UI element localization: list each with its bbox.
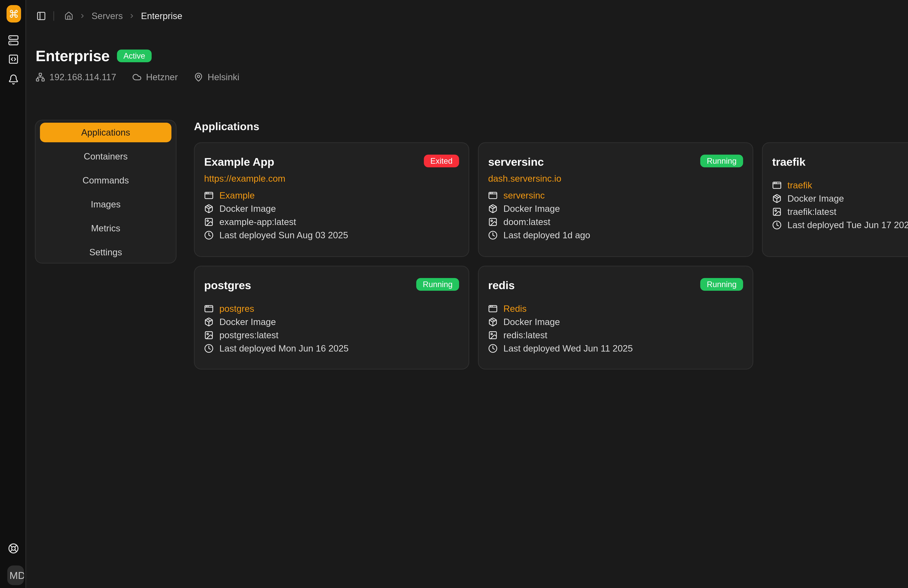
breadcrumb: Servers Enterprise [36,9,182,23]
application-link-row[interactable]: serversinc [488,189,743,202]
house-icon[interactable] [64,11,73,21]
network-icon [35,72,45,82]
application-card[interactable]: postgres Running postgres Docker Image [194,266,469,370]
clock-icon [488,230,497,240]
image-icon [204,331,214,340]
server-provider: Hetzner [132,72,178,82]
clock-icon [204,230,214,240]
sidebar-item-commands[interactable] [8,54,19,64]
app-logo[interactable] [6,5,21,22]
package-icon [488,204,497,214]
application-image-row: redis:latest [488,328,743,342]
server-ip: 192.168.114.117 [35,72,116,82]
code-square-icon [8,54,19,64]
package-icon [204,317,214,327]
application-card[interactable]: redis Running Redis Docker Image [478,266,753,370]
chevron-right-icon [129,13,135,19]
nav-item-applications[interactable]: Applications [40,123,171,142]
applications-grid: Example App Exited https://example.com E… [194,142,908,370]
application-deployed-row: Last deployed 1d ago [488,229,743,242]
application-status-badge: Running [416,278,459,291]
application-status-badge: Running [700,154,743,167]
breadcrumb-current: Enterprise [141,11,182,21]
application-image-row: traefik:latest [772,205,908,218]
application-link-row[interactable]: Redis [488,302,743,315]
application-deployed-row: Last deployed Tue Jun 17 2025 [772,218,908,232]
application-source-row: Docker Image [204,202,459,215]
breadcrumb-servers[interactable]: Servers [92,11,123,21]
package-icon [772,194,782,203]
chevron-right-icon [79,13,86,19]
application-deployed-row: Last deployed Wed Jun 11 2025 [488,342,743,355]
application-link-row[interactable]: Example [204,189,459,202]
bell-icon [8,74,19,85]
image-icon [488,217,497,227]
nav-item-settings[interactable]: Settings [40,240,171,264]
app-window-icon [488,191,497,200]
nav-item-metrics[interactable]: Metrics [40,216,171,240]
server-location: Helsinki [194,72,239,82]
application-deployed-row: Last deployed Sun Aug 03 2025 [204,229,459,242]
application-name: redis [488,278,515,292]
application-name: Example App [204,154,274,169]
application-source-row: Docker Image [488,202,743,215]
panel-left-toggle-icon[interactable] [36,11,46,21]
application-url-link[interactable]: https://example.com [204,172,459,185]
page-title: Enterprise [35,47,110,65]
nav-item-commands[interactable]: Commands [40,169,171,192]
cloud-icon [132,72,142,82]
sidebar: MD [0,0,26,588]
sidebar-item-help[interactable] [8,543,19,554]
application-image-row: doom:latest [488,215,743,228]
nav-item-containers[interactable]: Containers [40,145,171,169]
package-icon [488,317,497,327]
server-header: Enterprise Active 192.168.114.117 Hetzne… [35,47,239,82]
map-pin-icon [194,72,203,82]
section-heading: Applications [194,120,259,133]
applications-header: Applications Create Application [194,118,908,134]
application-source-row: Docker Image [204,315,459,328]
sidebar-item-notifications[interactable] [8,74,19,85]
user-avatar[interactable]: MD [7,566,24,585]
app-window-icon [204,304,214,313]
sidebar-item-servers[interactable] [8,35,19,46]
package-icon [204,204,214,214]
image-icon [204,217,214,227]
application-name: postgres [204,278,251,292]
app-window-icon [488,304,497,313]
application-source-row: Docker Image [488,315,743,328]
application-image-row: example-app:latest [204,215,459,228]
app-window-icon [204,191,214,200]
server-status-badge: Active [117,50,152,62]
application-link-row[interactable]: postgres [204,302,459,315]
image-icon [488,331,497,340]
application-status-badge: Exited [424,154,459,167]
server-icon [8,35,19,46]
application-url-link[interactable]: dash.serversinc.io [488,172,743,185]
main-area: Servers Enterprise Enterprise Active 192… [26,0,908,588]
app-window-icon [772,181,782,190]
application-source-row: Docker Image [772,192,908,205]
command-icon [9,9,19,19]
application-card[interactable]: serversinc Running dash.serversinc.io se… [478,142,753,257]
application-card[interactable]: Example App Exited https://example.com E… [194,142,469,257]
clock-icon [204,344,214,353]
application-image-row: postgres:latest [204,328,459,342]
application-deployed-row: Last deployed Mon Jun 16 2025 [204,342,459,355]
app-root: MD Servers Enterprise Enterprise [0,0,908,588]
clock-icon [488,344,497,353]
divider [53,11,54,21]
nav-item-images[interactable]: Images [40,192,171,216]
application-name: traefik [772,154,805,169]
image-icon [772,207,782,217]
server-nav: ApplicationsContainersCommandsImagesMetr… [35,120,177,263]
clock-icon [772,220,782,230]
application-name: serversinc [488,154,544,169]
application-card[interactable]: traefik Running traefik Docker Image [762,142,908,257]
application-status-badge: Running [700,278,743,291]
life-buoy-icon [8,543,19,554]
application-link-row[interactable]: traefik [772,178,908,192]
